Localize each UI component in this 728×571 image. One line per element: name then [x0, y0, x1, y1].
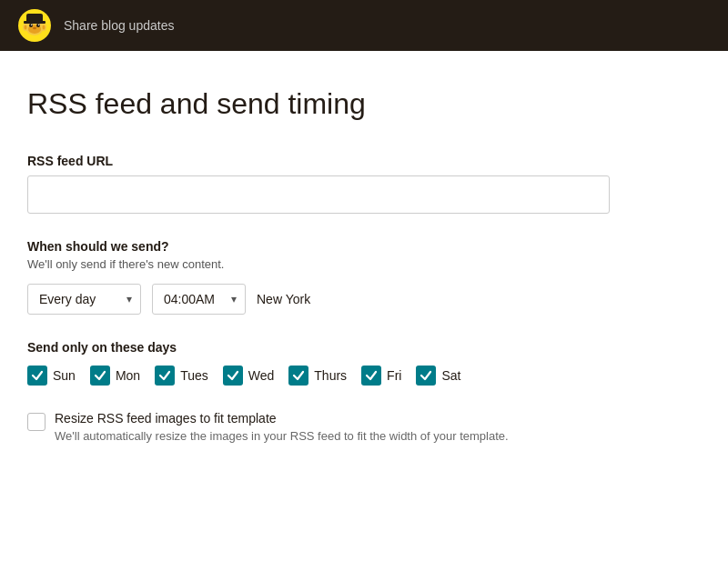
time-select-wrapper: 12:00AM 01:00AM 02:00AM 03:00AM 04:00AM …	[152, 284, 246, 315]
day-item-sat: Sat	[416, 366, 460, 386]
day-item-thurs: Thurs	[288, 366, 347, 386]
day-checkbox-sun[interactable]	[27, 366, 47, 386]
page-title: RSS feed and send timing	[27, 87, 664, 121]
resize-checkbox[interactable]	[27, 413, 46, 431]
resize-section: Resize RSS feed images to fit template W…	[27, 411, 664, 443]
svg-point-4	[36, 24, 40, 27]
header: Share blog updates	[0, 0, 728, 51]
send-timing-section: When should we send? We'll only send if …	[27, 239, 664, 315]
svg-rect-13	[24, 21, 46, 24]
timezone-label: New York	[257, 292, 310, 306]
days-section-label: Send only on these days	[27, 340, 664, 355]
svg-point-10	[25, 25, 27, 30]
day-label-sun: Sun	[53, 368, 76, 383]
rss-url-label: RSS feed URL	[27, 154, 664, 168]
svg-point-7	[33, 27, 36, 29]
day-label-mon: Mon	[116, 368, 140, 383]
day-label-thurs: Thurs	[314, 368, 347, 383]
rss-url-input[interactable]	[27, 175, 610, 214]
svg-point-5	[31, 25, 32, 25]
day-item-tues: Tues	[155, 366, 208, 386]
day-item-mon: Mon	[90, 366, 140, 386]
frequency-select[interactable]: Every day Every week Every month	[27, 284, 141, 315]
header-title: Share blog updates	[64, 18, 174, 33]
day-checkbox-fri[interactable]	[361, 366, 381, 386]
days-section: Send only on these days Sun Mon	[27, 340, 664, 386]
day-item-sun: Sun	[27, 366, 76, 386]
days-row: Sun Mon Tues	[27, 366, 664, 386]
frequency-select-wrapper: Every day Every week Every month	[27, 284, 141, 315]
svg-point-11	[43, 25, 46, 30]
rss-url-section: RSS feed URL	[27, 154, 664, 214]
time-select[interactable]: 12:00AM 01:00AM 02:00AM 03:00AM 04:00AM …	[152, 284, 246, 315]
svg-point-6	[38, 25, 39, 25]
day-label-fri: Fri	[387, 368, 401, 383]
day-item-fri: Fri	[361, 366, 401, 386]
day-label-sat: Sat	[441, 368, 460, 383]
day-checkbox-mon[interactable]	[90, 366, 110, 386]
resize-text-block: Resize RSS feed images to fit template W…	[55, 411, 509, 443]
day-label-wed: Wed	[248, 368, 275, 383]
day-checkbox-tues[interactable]	[155, 366, 175, 386]
day-item-wed: Wed	[223, 366, 275, 386]
svg-point-3	[29, 24, 33, 27]
day-label-tues: Tues	[180, 368, 208, 383]
mailchimp-logo	[18, 9, 51, 42]
resize-label: Resize RSS feed images to fit template	[55, 411, 509, 426]
send-controls: Every day Every week Every month 12:00AM…	[27, 284, 664, 315]
send-timing-subtitle: We'll only send if there's new content.	[27, 257, 664, 271]
day-checkbox-sat[interactable]	[416, 366, 436, 386]
day-checkbox-thurs[interactable]	[288, 366, 308, 386]
send-timing-label: When should we send?	[27, 239, 664, 254]
main-content: RSS feed and send timing RSS feed URL Wh…	[0, 51, 692, 479]
day-checkbox-wed[interactable]	[223, 366, 243, 386]
resize-description: We'll automatically resize the images in…	[55, 429, 509, 443]
